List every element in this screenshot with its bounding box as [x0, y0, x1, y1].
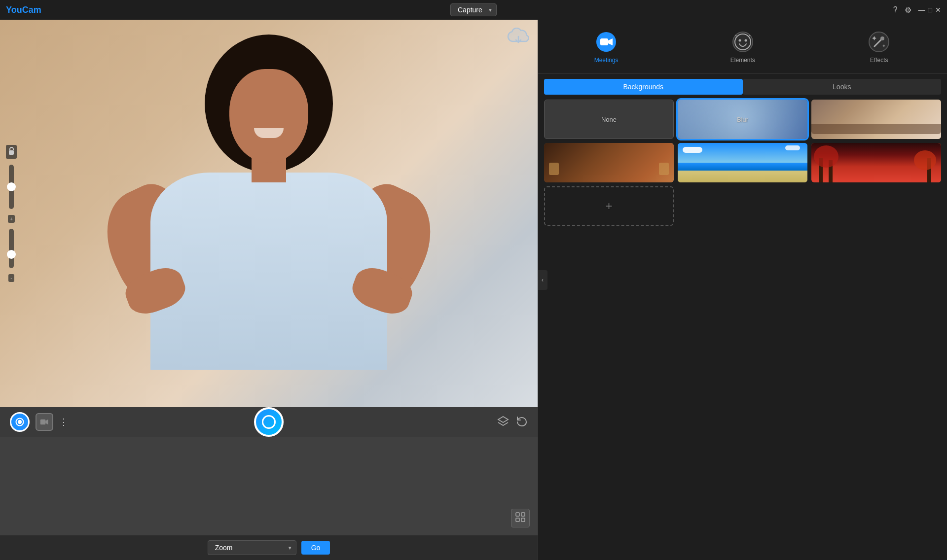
elements-label: Elements	[730, 57, 755, 64]
svg-rect-0	[9, 150, 14, 155]
camera-view: + -	[0, 20, 538, 407]
nav-item-meetings[interactable]: Meetings	[584, 26, 628, 68]
svg-point-14	[735, 35, 736, 36]
elements-icon-wrap	[731, 30, 755, 54]
tab-looks[interactable]: Looks	[743, 79, 942, 95]
svg-rect-5	[521, 513, 525, 516]
svg-rect-3	[40, 420, 46, 425]
svg-point-18	[880, 36, 884, 40]
collapse-panel-button[interactable]: ‹	[538, 270, 547, 290]
toolbar-right	[497, 416, 528, 428]
capture-dropdown[interactable]: Capture	[450, 3, 497, 16]
maximize-button[interactable]: □	[928, 6, 932, 14]
background-add[interactable]: +	[544, 186, 674, 226]
backgrounds-grid: None Blur	[538, 100, 947, 226]
brightness-slider[interactable]	[9, 229, 14, 268]
svg-rect-4	[516, 513, 519, 516]
effects-label: Effects	[870, 57, 888, 64]
background-blur[interactable]: Blur	[678, 100, 807, 139]
app-title: YouCam	[6, 5, 41, 15]
window-controls: — □ ✕	[918, 6, 941, 14]
zoom-bar: Zoom Go	[0, 535, 538, 560]
cloud-sync-icon[interactable]	[507, 28, 530, 47]
svg-point-12	[738, 39, 741, 41]
main-layout: + -	[0, 20, 947, 560]
minimize-button[interactable]: —	[918, 6, 925, 14]
tab-backgrounds[interactable]: Backgrounds	[544, 79, 743, 95]
gallery-grid-button[interactable]	[511, 509, 530, 527]
tabs-row: Backgrounds Looks	[544, 79, 941, 95]
effects-icon-wrap	[867, 30, 891, 54]
exposure-slider[interactable]	[9, 165, 14, 209]
left-panel: + -	[0, 20, 538, 560]
zoom-dropdown[interactable]: Zoom	[208, 540, 296, 555]
help-icon[interactable]: ?	[893, 5, 898, 14]
background-add-label: +	[605, 199, 612, 213]
video-record-button[interactable]	[36, 413, 53, 431]
svg-rect-7	[521, 518, 525, 522]
photo-capture-button[interactable]	[10, 412, 30, 432]
nav-item-effects[interactable]: Effects	[857, 26, 901, 68]
more-options-button[interactable]: ⋮	[59, 417, 69, 427]
meetings-label: Meetings	[594, 57, 619, 64]
go-button[interactable]: Go	[301, 541, 330, 555]
exposure-value-2[interactable]: -	[8, 274, 14, 282]
lock-icon[interactable]	[6, 145, 17, 159]
exposure-value-1[interactable]: +	[8, 215, 15, 223]
title-bar-controls: ? ⚙ — □ ✕	[893, 5, 941, 15]
background-none-label: None	[601, 116, 617, 123]
toolbar-left: ⋮	[10, 412, 69, 432]
svg-rect-6	[516, 518, 519, 522]
meetings-icon-wrap	[594, 30, 618, 54]
background-room[interactable]	[811, 100, 941, 139]
layers-icon[interactable]	[497, 416, 509, 428]
settings-icon[interactable]: ⚙	[905, 5, 911, 15]
background-autumn[interactable]	[811, 143, 941, 182]
capture-dropdown-container[interactable]: Capture	[450, 3, 497, 16]
background-blur-label: Blur	[737, 116, 748, 123]
nav-item-elements[interactable]: Elements	[721, 26, 765, 68]
capture-dropdown-wrap[interactable]: Capture	[450, 3, 497, 16]
bottom-toolbar: ⋮	[0, 407, 538, 437]
exposure-controls: + -	[6, 145, 17, 282]
svg-point-15	[749, 35, 750, 36]
person-figure	[101, 20, 437, 407]
background-none[interactable]: None	[544, 100, 674, 139]
background-cafe[interactable]	[544, 143, 674, 182]
title-bar: YouCam Capture ? ⚙ — □ ✕	[0, 0, 947, 20]
shutter-button[interactable]	[254, 407, 284, 437]
background-beach[interactable]	[678, 143, 807, 182]
gallery-strip	[0, 437, 538, 535]
right-panel: Meetings Elemen	[538, 20, 947, 560]
undo-icon[interactable]	[516, 416, 528, 428]
right-top-nav: Meetings Elemen	[538, 20, 947, 74]
close-button[interactable]: ✕	[935, 6, 941, 14]
svg-point-13	[744, 39, 747, 41]
svg-rect-9	[600, 38, 608, 45]
zoom-dropdown-wrap[interactable]: Zoom	[208, 540, 296, 555]
svg-point-2	[18, 420, 22, 424]
